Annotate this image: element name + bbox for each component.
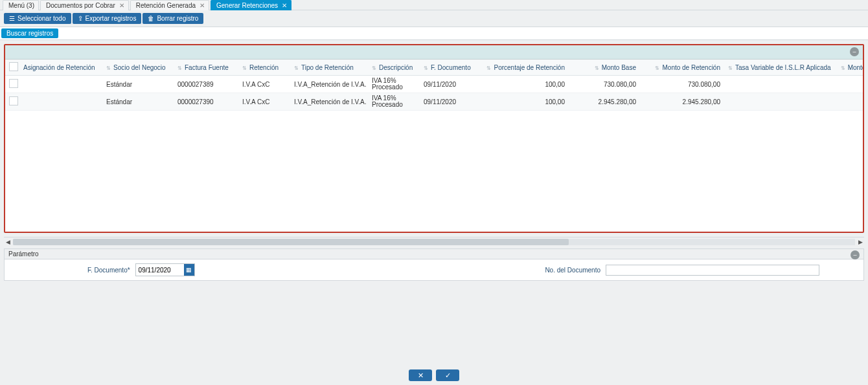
col-socio[interactable]: ⇅Socio del Negocio bbox=[102, 60, 174, 76]
tab-bar: Menú (3) Documentos por Cobrar ✕ Retenci… bbox=[0, 0, 868, 10]
collapse-icon[interactable]: – bbox=[851, 250, 860, 259]
col-fdocumento[interactable]: ⇅F. Documento bbox=[420, 60, 478, 76]
col-porcentaje[interactable]: ⇅Porcentaje de Retención bbox=[478, 60, 569, 76]
col-asignacion[interactable]: Asignación de Retención bbox=[19, 60, 102, 76]
scroll-left-icon[interactable]: ◀ bbox=[4, 238, 12, 246]
col-checkbox bbox=[5, 60, 19, 76]
scroll-track[interactable] bbox=[13, 239, 855, 245]
table-row[interactable]: Estándar0000027389I.V.A CxCI.V.A_Retenci… bbox=[5, 76, 863, 93]
cell-factura: 0000027390 bbox=[174, 93, 238, 111]
horizontal-scrollbar[interactable]: ◀ ▶ bbox=[4, 237, 864, 246]
collapse-icon[interactable]: – bbox=[850, 47, 859, 56]
ok-button[interactable]: ✓ bbox=[436, 369, 459, 381]
cell-monto-base: 2.945.280,00 bbox=[569, 93, 640, 111]
cell-monto-base: 730.080,00 bbox=[569, 76, 640, 93]
search-bar: Buscar registros bbox=[0, 27, 868, 40]
col-descripcion[interactable]: ⇅Descripción bbox=[368, 60, 420, 76]
results-panel: – Asignación de Reten bbox=[4, 44, 864, 233]
close-icon[interactable]: ✕ bbox=[282, 2, 287, 9]
list-icon: ☰ bbox=[9, 16, 15, 22]
calendar-icon[interactable]: ▦ bbox=[184, 264, 194, 276]
tab-generar-retenciones[interactable]: Generar Retenciones ✕ bbox=[211, 0, 291, 10]
field-docno: No. del Documento bbox=[545, 263, 819, 276]
fdocumento-label: F. Documento* bbox=[87, 267, 130, 274]
col-monto-base-c[interactable]: ⇅Monto Base C bbox=[834, 60, 863, 76]
col-tasa[interactable]: ⇅Tasa Variable de I.S.L.R Aplicada bbox=[724, 60, 834, 76]
check-icon: ✓ bbox=[445, 371, 451, 380]
delete-button[interactable]: 🗑 Borrar registro bbox=[143, 13, 203, 24]
row-checkbox[interactable] bbox=[9, 79, 18, 88]
sort-icon: ⇅ bbox=[728, 65, 733, 71]
results-table: Asignación de Retención ⇅Socio del Negoc… bbox=[5, 60, 863, 111]
cell-tipo: I.V.A_Retención de I.V.A. bbox=[290, 93, 368, 111]
sort-icon: ⇅ bbox=[595, 65, 599, 71]
cell-porcentaje: 100,00 bbox=[478, 76, 569, 93]
sort-icon: ⇅ bbox=[372, 65, 376, 71]
close-icon[interactable]: ✕ bbox=[200, 2, 205, 9]
tab-documentos-por-cobrar[interactable]: Documentos por Cobrar ✕ bbox=[40, 0, 129, 10]
cell-descripcion: IVA 16% Procesado bbox=[368, 93, 420, 111]
cell-porcentaje: 100,00 bbox=[478, 93, 569, 111]
sort-icon: ⇅ bbox=[486, 65, 491, 71]
cell-descripcion: IVA 16% Procesado bbox=[368, 76, 420, 93]
button-label: Exportar registros bbox=[86, 15, 137, 22]
export-icon: ⇪ bbox=[78, 16, 83, 22]
col-tipo[interactable]: ⇅Tipo de Retención bbox=[290, 60, 368, 76]
col-retencion[interactable]: ⇅Retención bbox=[238, 60, 290, 76]
parameter-form: F. Documento* ▦ No. del Documento bbox=[4, 259, 864, 281]
sort-icon: ⇅ bbox=[841, 65, 845, 71]
sort-icon: ⇅ bbox=[294, 65, 299, 71]
tab-menu[interactable]: Menú (3) bbox=[3, 0, 39, 10]
footer-actions: ✕ ✓ bbox=[0, 369, 868, 381]
filter-row: – bbox=[5, 45, 863, 60]
close-icon[interactable]: ✕ bbox=[119, 2, 124, 9]
fdocumento-input-wrap: ▦ bbox=[135, 263, 195, 276]
cell-asignacion bbox=[19, 76, 102, 93]
row-checkbox[interactable] bbox=[9, 96, 18, 105]
scroll-thumb[interactable] bbox=[13, 239, 569, 245]
tab-label: Generar Retenciones bbox=[216, 2, 278, 9]
tab-retencion-generada[interactable]: Retención Generada ✕ bbox=[130, 0, 209, 10]
button-label: Borrar registro bbox=[157, 15, 198, 22]
cell-tasa bbox=[724, 76, 834, 93]
button-label: Seleccionar todo bbox=[17, 15, 66, 22]
toolbar: ☰ Seleccionar todo ⇪ Exportar registros … bbox=[0, 10, 868, 27]
col-factura[interactable]: ⇅Factura Fuente bbox=[174, 60, 238, 76]
tab-label: Menú (3) bbox=[8, 2, 34, 9]
close-icon: ✕ bbox=[418, 371, 424, 380]
cell-factura: 0000027389 bbox=[174, 76, 238, 93]
cell-monto-base-c bbox=[834, 76, 863, 93]
table-row[interactable]: Estándar0000027390I.V.A CxCI.V.A_Retenci… bbox=[5, 93, 863, 111]
cell-socio: Estándar bbox=[102, 76, 174, 93]
col-monto-retencion[interactable]: ⇅Monto de Retención bbox=[640, 60, 724, 76]
cell-monto-ret: 730.080,00 bbox=[640, 76, 724, 93]
cell-fdoc: 09/11/2020 bbox=[420, 93, 478, 111]
cell-socio: Estándar bbox=[102, 93, 174, 111]
sort-icon: ⇅ bbox=[655, 65, 659, 71]
sort-icon: ⇅ bbox=[424, 65, 428, 71]
scroll-right-icon[interactable]: ▶ bbox=[856, 238, 864, 246]
cell-fdoc: 09/11/2020 bbox=[420, 76, 478, 93]
parameter-header: Parámetro – bbox=[4, 248, 864, 259]
cancel-button[interactable]: ✕ bbox=[409, 369, 432, 381]
parameter-title: Parámetro bbox=[8, 250, 39, 258]
sort-icon: ⇅ bbox=[242, 65, 247, 71]
col-monto-base[interactable]: ⇅Monto Base bbox=[569, 60, 640, 76]
sort-icon: ⇅ bbox=[177, 65, 182, 71]
field-fdocumento: F. Documento* ▦ bbox=[87, 263, 195, 276]
cell-retencion: I.V.A CxC bbox=[238, 93, 290, 111]
fdocumento-input[interactable] bbox=[136, 265, 184, 275]
header-checkbox[interactable] bbox=[9, 62, 18, 71]
select-all-button[interactable]: ☰ Seleccionar todo bbox=[4, 13, 71, 24]
trash-icon: 🗑 bbox=[148, 16, 154, 22]
tab-label: Retención Generada bbox=[136, 2, 196, 9]
search-tab-label: Buscar registros bbox=[6, 30, 53, 37]
search-tab[interactable]: Buscar registros bbox=[1, 28, 58, 38]
tab-label: Documentos por Cobrar bbox=[46, 2, 115, 9]
docno-input[interactable] bbox=[606, 265, 819, 276]
cell-tipo: I.V.A_Retención de I.V.A. bbox=[290, 76, 368, 93]
table-header-row: Asignación de Retención ⇅Socio del Negoc… bbox=[5, 60, 863, 76]
results-grid[interactable]: Asignación de Retención ⇅Socio del Negoc… bbox=[5, 60, 863, 232]
export-button[interactable]: ⇪ Exportar registros bbox=[73, 13, 142, 24]
cell-retencion: I.V.A CxC bbox=[238, 76, 290, 93]
